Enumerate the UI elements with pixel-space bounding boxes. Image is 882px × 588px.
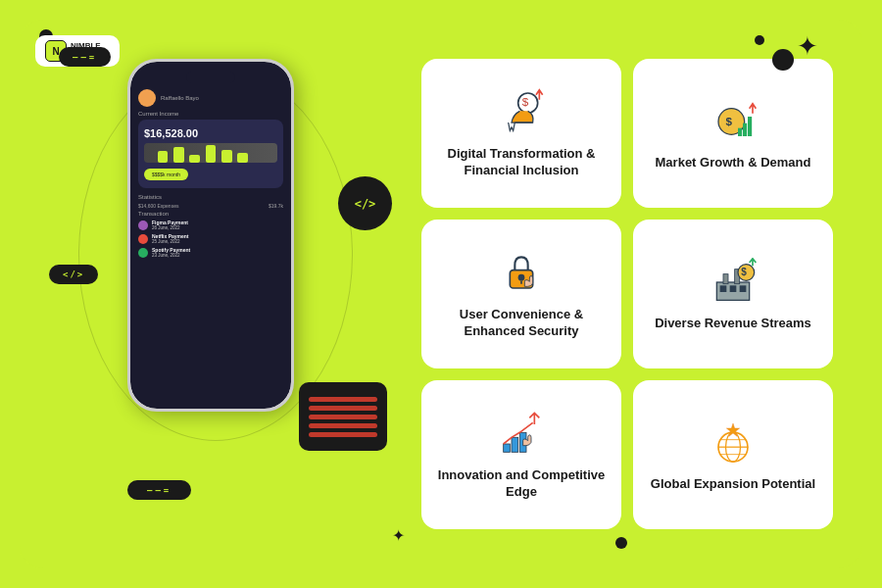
phone-tx-label: Transaction <box>138 211 283 217</box>
feature-label-user-convenience: User Convenience & Enhanced Security <box>433 307 610 340</box>
feature-label-innovation: Innovation and Competitive Edge <box>433 467 610 501</box>
red-line <box>309 423 377 428</box>
phone-income-label: Current Income <box>138 111 283 117</box>
star-decoration: ✦ <box>797 31 818 62</box>
svg-rect-19 <box>504 444 511 452</box>
main-card: ✦ ✦ N NIMBLE APPZENIC ——= Raffaello Bayo… <box>20 20 862 568</box>
svg-text:$: $ <box>522 95 529 108</box>
globe-star-icon <box>708 417 759 468</box>
chart-growth-icon: $ <box>708 96 759 147</box>
svg-text:$: $ <box>726 115 733 127</box>
tx-icon <box>138 220 148 230</box>
phone-username: Raffaello Bayo <box>161 95 199 101</box>
phone-screen: Raffaello Bayo Current Income $16,528.00… <box>130 62 291 409</box>
feature-card-global-expansion: Global Expansion Potential <box>633 380 833 529</box>
code-badge-left: </> <box>49 265 98 284</box>
feature-label-diverse-revenue: Diverse Revenue Streams <box>655 316 811 332</box>
feature-label-digital-transformation: Digital Transformation & Financial Inclu… <box>433 146 610 179</box>
phone-tx-figma: Figma Payment 26 June, 2022 <box>138 220 283 230</box>
phone-balance: $16,528.00 <box>144 127 277 139</box>
svg-text:$: $ <box>741 267 747 277</box>
feature-card-innovation: Innovation and Competitive Edge <box>421 380 621 529</box>
red-line <box>309 406 377 411</box>
phone-section: ——= Raffaello Bayo Current Income $16,52… <box>49 39 402 549</box>
tx-icon <box>138 234 148 244</box>
phone-avatar <box>138 89 156 107</box>
feature-card-diverse-revenue: $ Diverse Revenue Streams <box>633 220 833 368</box>
svg-rect-20 <box>512 437 518 452</box>
code-badge-mid: </> <box>338 176 392 230</box>
tx-date: 25 June, 2022 <box>152 239 189 244</box>
phone-btn: $$$$k month <box>144 169 188 180</box>
feature-label-global-expansion: Global Expansion Potential <box>651 476 815 493</box>
feature-card-market-growth: $ Market Growth & Demand <box>633 59 833 208</box>
feature-card-user-convenience: User Convenience & Enhanced Security <box>421 220 621 368</box>
red-line <box>309 397 377 402</box>
phone-stats-label: Statistics <box>138 194 283 200</box>
code-badge-top: ——= <box>59 47 111 67</box>
svg-rect-13 <box>730 285 737 292</box>
chart-trophy-icon <box>496 409 547 460</box>
factory-money-icon: $ <box>708 257 759 308</box>
phone-tx-netflix: Netflix Payment 25 June, 2022 <box>138 233 283 244</box>
feature-card-digital-transformation: $ Digital Transformation & Financial Inc… <box>421 59 621 208</box>
dot-decoration <box>772 49 794 71</box>
svg-rect-5 <box>738 127 742 135</box>
phone-chart <box>144 143 277 163</box>
dot-decoration <box>615 537 627 549</box>
phone-user-row: Raffaello Bayo <box>138 89 283 107</box>
svg-rect-12 <box>720 285 727 292</box>
red-line <box>309 415 377 419</box>
code-badge-bottom: ——= <box>127 480 191 500</box>
svg-rect-7 <box>748 117 752 136</box>
tx-date: 26 June, 2022 <box>152 225 188 230</box>
features-grid: $ Digital Transformation & Financial Inc… <box>421 59 833 529</box>
svg-rect-15 <box>723 273 728 283</box>
phone-tx-spotify: Spotify Payment 23 June, 2022 <box>138 247 283 258</box>
lock-hand-icon <box>496 248 547 299</box>
phone-mockup: Raffaello Bayo Current Income $16,528.00… <box>127 59 294 412</box>
svg-rect-14 <box>740 285 747 292</box>
red-lines-decoration <box>299 382 387 451</box>
money-hand-icon: $ <box>496 87 547 138</box>
red-line <box>309 432 377 437</box>
phone-expense-row: $14,600 Expenses $19.7k <box>138 203 283 209</box>
svg-point-9 <box>518 274 525 281</box>
tx-icon <box>138 248 148 258</box>
svg-rect-6 <box>743 122 747 135</box>
phone-balance-card: $16,528.00 $$$$k month <box>138 120 283 188</box>
feature-label-market-growth: Market Growth & Demand <box>656 155 811 172</box>
dot-decoration <box>755 35 764 45</box>
phone-notch <box>186 72 235 83</box>
tx-date: 23 June, 2022 <box>152 253 190 258</box>
